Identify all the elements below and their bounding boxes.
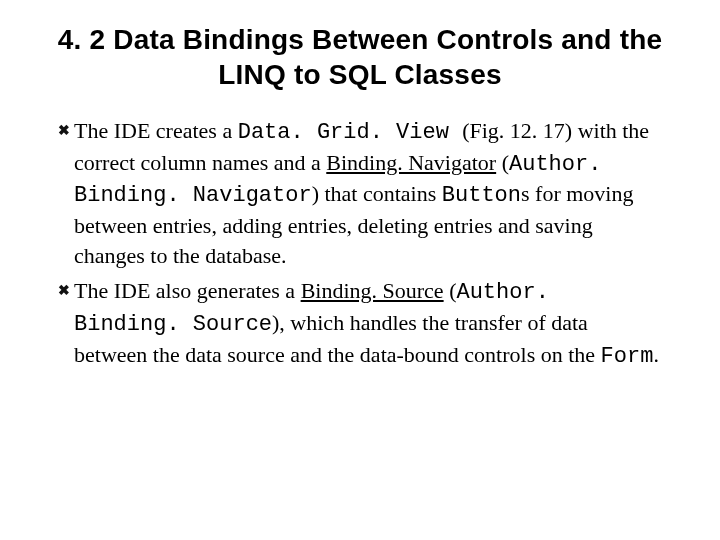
bullet-icon: ✖ <box>58 276 74 304</box>
text-run: ) that contains <box>312 181 442 206</box>
bullet-text: The IDE creates a Data. Grid. View (Fig.… <box>74 116 666 270</box>
text-run: ( <box>444 278 457 303</box>
code-run-datagridview: Data. Grid. View <box>238 120 462 145</box>
text-run: ( <box>496 150 509 175</box>
code-run-button: Button <box>442 183 521 208</box>
list-item: ✖ The IDE creates a Data. Grid. View (Fi… <box>58 116 666 270</box>
code-run-form: Form <box>601 344 654 369</box>
bullet-text: The IDE also generates a Binding. Source… <box>74 276 666 371</box>
text-run: . <box>653 342 659 367</box>
bullet-icon: ✖ <box>58 116 74 144</box>
page-title: 4. 2 Data Bindings Between Controls and … <box>36 22 684 92</box>
text-run: The IDE creates a <box>74 118 238 143</box>
underline-bindingsource: Binding. Source <box>301 278 444 303</box>
underline-bindingnavigator: Binding. Navigator <box>326 150 496 175</box>
bullet-list: ✖ The IDE creates a Data. Grid. View (Fi… <box>58 116 666 372</box>
slide: 4. 2 Data Bindings Between Controls and … <box>0 0 720 540</box>
list-item: ✖ The IDE also generates a Binding. Sour… <box>58 276 666 371</box>
text-run: The IDE also generates a <box>74 278 301 303</box>
